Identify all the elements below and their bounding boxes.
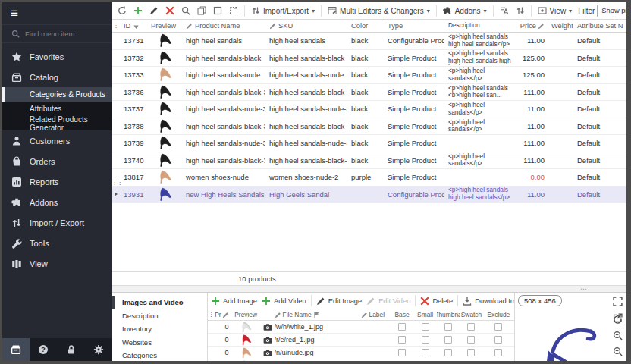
image-flag-checkbox[interactable] [460,349,482,356]
product-row[interactable]: 13740 high heel sandals-black-38 high he… [112,152,626,170]
pane-splitter-grip[interactable]: ⋮⋮ [112,181,115,184]
filter-label: Filter [578,7,595,15]
refresh-button[interactable] [115,5,129,17]
product-thumbnail [147,51,182,65]
tab-websites[interactable]: Websites [112,336,207,350]
sidebar-item-addons[interactable]: Addons [2,192,112,212]
image-thumbnail [231,334,261,346]
tab-categories[interactable]: Categories [112,349,207,361]
image-flag-checkbox[interactable] [460,323,482,331]
view-menu[interactable]: View▾ [535,5,575,17]
sidebar-item-customers[interactable]: Customers [2,130,112,151]
product-thumbnail [147,136,182,150]
search-icon [11,30,20,38]
addons-menu[interactable]: Addons▾ [441,5,489,17]
chart-icon [11,177,22,187]
plus-icon [262,297,271,306]
image-flag-checkbox[interactable] [413,349,436,356]
image-row[interactable]: 0 /w/h/white_1.jpg [208,321,514,334]
import-export-icon [251,6,260,15]
sidebar-item-import-export[interactable]: Import / Export [2,212,112,233]
add-image-button[interactable]: Add Image [209,295,259,307]
column-chooser[interactable]: ⋮ [112,23,120,29]
delete-image-button[interactable]: Delete [419,295,454,307]
product-row[interactable]: 13736 high heel sandals-black-36 high he… [112,84,626,102]
image-flag-checkbox[interactable] [460,336,482,344]
paste-button[interactable] [227,5,240,17]
sidebar-search[interactable] [2,24,112,43]
toolbox-button[interactable] [2,338,30,361]
product-image [521,305,614,361]
translate-button[interactable] [498,5,511,17]
tab-description[interactable]: Description [112,309,207,323]
image-flag-checkbox[interactable] [391,336,413,344]
image-flag-checkbox[interactable] [413,336,436,344]
sidebar-item-reports[interactable]: Reports [2,171,112,192]
camera-icon [263,350,272,356]
settings-button[interactable] [85,338,112,361]
copy-button[interactable] [195,5,209,17]
image-flag-checkbox[interactable] [391,349,413,356]
image-flag-checkbox[interactable] [483,336,514,344]
filter-select[interactable]: Show products from selected categories▾ [597,5,626,17]
sidebar-item-related-products-generator[interactable]: Related Products Generator [2,116,112,130]
add-product-button[interactable] [131,5,145,17]
sidebar-item-tools[interactable]: Tools [2,233,112,253]
sidebar-item-view[interactable]: View [2,253,112,274]
flag-icon [313,312,320,318]
image-flag-checkbox[interactable] [413,323,436,331]
delete-product-button[interactable] [163,5,177,17]
sidebar-item-orders[interactable]: Orders [2,151,112,171]
edit-image-button[interactable]: Edit Image [315,295,363,307]
zoom-out-icon[interactable] [613,331,623,340]
images-grid-header[interactable]: ⋮ Pr Preview File Name Label Base Small … [208,309,514,321]
product-row[interactable]: 13732 high heel sandals-black high heel … [112,50,626,67]
download-image-button[interactable]: Download Image [461,295,515,307]
sidebar-item-categories-products[interactable]: Categories & Products [2,87,112,102]
zoom-in-icon[interactable] [613,347,623,356]
image-flag-checkbox[interactable] [437,323,460,331]
product-thumbnail [147,67,182,82]
products-count: 10 products [238,275,276,283]
image-thumbnail [231,360,261,362]
image-flag-checkbox[interactable] [483,323,514,331]
multi-editors-menu[interactable]: Multi Editors & Changers▾ [325,5,432,17]
image-flag-checkbox[interactable] [437,336,460,344]
product-row[interactable]: 13931 new High Heels Sandals High Geels … [112,187,626,204]
products-grid-header[interactable]: ⋮ ID Preview Product Name SKU Color Type… [112,20,626,33]
image-row[interactable]: 0 /l/i/lilac_1.jpg [208,359,514,361]
levels-button[interactable] [513,5,527,17]
lock-icon [66,344,77,355]
product-row[interactable]: 13817 women shoes-nude women shoes-nude-… [112,169,626,187]
product-row[interactable]: 13731 high heel sandals high heel sandal… [112,33,626,50]
lock-button[interactable] [58,338,85,361]
product-row[interactable]: 13739 high heel sandals-nude-37 high hee… [112,135,626,152]
puzzle-icon [443,6,452,15]
add-video-button[interactable]: Add Video [260,295,308,307]
image-row[interactable]: 0 /n/u/nude.jpg [208,347,514,359]
fit-to-window-icon[interactable] [613,297,623,306]
image-row[interactable]: 0 /r/e/red_1.jpg [208,334,514,347]
product-row[interactable]: 13733 high heel sandals-nude high heel s… [112,67,626,84]
image-flag-checkbox[interactable] [391,323,413,331]
hamburger-menu-icon[interactable]: ≡ [11,7,18,20]
horizontal-splitter[interactable]: ⋯ [112,286,626,292]
menu-search-input[interactable] [25,30,101,38]
tab-inventory[interactable]: Inventory [112,322,207,336]
search-button[interactable] [179,5,193,17]
rotate-icon[interactable] [613,315,623,325]
product-row[interactable]: 13737 high heel sandals-nude-36 high hee… [112,101,626,118]
image-flag-checkbox[interactable] [437,349,460,356]
edit-video-button[interactable]: Edit Video [365,295,412,307]
product-thumbnail [147,85,182,99]
help-button[interactable]: ? [30,338,57,361]
edit-product-button[interactable] [147,5,161,17]
import-export-menu[interactable]: Import/Export▾ [249,5,317,17]
select-button[interactable] [211,5,224,17]
sidebar-item-favorites[interactable]: Favorites [2,46,112,67]
sidebar-item-catalog[interactable]: Catalog [2,67,112,87]
sidebar-item-attributes[interactable]: Attributes [2,102,112,116]
image-flag-checkbox[interactable] [483,349,514,356]
tab-images-and-video[interactable]: Images and Video [112,296,207,309]
product-row[interactable]: 13738 high heel sandals-black-37 high he… [112,118,626,136]
